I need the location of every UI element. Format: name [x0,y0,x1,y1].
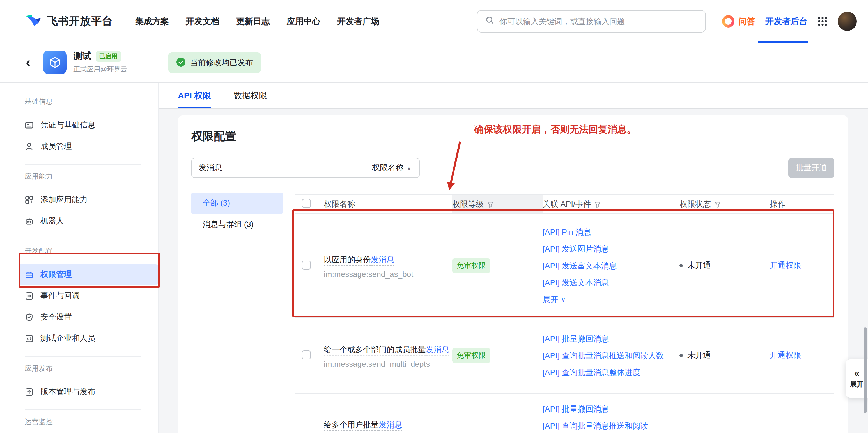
permission-icon [25,270,34,279]
bulk-grant-button[interactable]: 批量开通 [788,158,834,178]
qa-icon [722,15,735,28]
sidebar-item-bot[interactable]: 机器人 [0,211,158,232]
sidebar-section-capability: 应用能力 [25,171,158,181]
publish-status-banner: 当前修改均已发布 [168,52,261,73]
level-badge: 免审权限 [452,258,490,273]
sidebar-item-members[interactable]: 成员管理 [0,136,158,157]
search-type-select[interactable]: 权限名称 ∨ [364,158,419,177]
app-header: ‹ 测试 已启用 正式应用@环界云 当前修改均已发布 [0,43,868,83]
sidebar-item-permissions[interactable]: 权限管理 [19,264,158,285]
sidebar-item-test-org[interactable]: 测试企业和人员 [0,328,158,349]
permission-name: 以应用的身份发消息 [324,253,452,265]
global-search[interactable] [477,10,706,33]
nav-item-dev-plaza[interactable]: 开发者广场 [337,16,379,27]
search-icon [485,16,494,27]
permission-table: 权限名称 权限等级 关联 API/事件 权限状态 操作 [294,194,834,433]
api-link[interactable]: [API] 发送图片消息 [542,240,676,257]
check-circle-icon [176,57,186,68]
active-nav-underline [758,41,808,43]
permission-search-input[interactable] [192,158,364,177]
sidebar-item-version-release[interactable]: 版本管理与发布 [0,381,158,403]
sidebar-divider [25,239,142,239]
permission-name-highlight[interactable]: 发消息 [371,255,395,264]
sidebar-section-devconfig: 开发配置 [25,246,158,256]
nav-item-app-center[interactable]: 应用中心 [287,16,320,27]
id-card-icon [25,121,34,130]
page: 飞书开放平台 集成方案 开发文档 更新日志 应用中心 开发者广场 问答 开发者后… [0,0,868,433]
category-message-group[interactable]: 消息与群组 (3) [191,214,283,235]
api-link[interactable]: [API] 批量撤回消息 [542,330,676,347]
status-dot [680,354,683,357]
filter-funnel-icon[interactable] [594,201,601,207]
sidebar-divider [25,409,142,410]
table-row-send-as-bot: 以应用的身份发消息 im:message:send_as_bot 免审权限 [A… [294,214,834,318]
code-box-icon [25,334,34,343]
sidebar-divider [25,164,142,165]
nav-item-integration[interactable]: 集成方案 [135,16,169,27]
status-dot [680,264,683,267]
table-header: 权限名称 权限等级 关联 API/事件 权限状态 操作 [294,194,834,214]
tab-data-permission[interactable]: 数据权限 [234,83,267,108]
feishu-logo-icon [25,12,41,31]
permission-name-highlight[interactable]: 发消息 [379,420,402,429]
grant-permission-link[interactable]: 开通权限 [770,261,801,269]
sidebar-item-events[interactable]: 事件与回调 [0,285,158,307]
avatar[interactable] [838,12,857,31]
filter-funnel-icon[interactable] [714,201,721,207]
api-link[interactable]: [API] 发送富文本消息 [542,257,676,274]
chevron-down-icon: ∨ [561,293,565,306]
developer-console-link[interactable]: 开发者后台 [765,16,807,27]
category-all[interactable]: 全部 (3) [191,193,283,214]
page-title: 权限配置 [191,128,236,144]
members-icon [25,142,34,151]
sidebar-item-security[interactable]: 安全设置 [0,307,158,328]
level-badge: 免审权限 [452,348,490,363]
annotation-text: 确保该权限开启，否则无法回复消息。 [474,123,636,136]
brand-name: 飞书开放平台 [47,14,113,29]
navbar-right: 问答 开发者后台 [722,0,857,43]
sidebar-section-monitor: 运营监控 [25,417,158,427]
grant-permission-link[interactable]: 开通权限 [770,350,801,359]
nav-item-changelog[interactable]: 更新日志 [236,16,270,27]
api-link[interactable]: [API] 查询批量消息整体进度 [542,364,676,381]
apps-grid-icon[interactable] [817,16,828,26]
sidebar-item-add-capability[interactable]: 添加应用能力 [0,189,158,211]
permission-scope: im:message:send_as_bot [324,269,452,278]
api-link[interactable]: [API] Pin 消息 [542,224,676,240]
api-link[interactable]: [API] 发送文本消息 [542,274,676,291]
event-callback-icon [25,291,34,300]
search-input[interactable] [499,17,698,26]
permission-search-group: 权限名称 ∨ [191,158,420,178]
permission-scope: im:message:send_multi_depts [324,359,452,368]
header-checkbox[interactable] [302,199,311,208]
brand[interactable]: 飞书开放平台 [25,12,113,31]
row-checkbox[interactable] [302,350,311,359]
api-link[interactable]: [API] 查询批量消息推送和阅读 [542,417,676,433]
permission-card: 权限配置 确保该权限开启，否则无法回复消息。 权限名称 ∨ 批量开通 全部 (3… [178,115,848,433]
sidebar-section-release: 应用发布 [25,363,158,373]
app-subtitle: 正式应用@环界云 [73,65,127,74]
filter-funnel-icon[interactable] [487,201,494,207]
expand-panel-label: 展开 [850,379,864,389]
permission-name: 给一个或多个部门的成员批量发消息 [324,343,452,355]
api-link[interactable]: [API] 查询批量消息推送和阅读人数 [542,347,676,364]
tab-api-permission[interactable]: API 权限 [178,83,211,108]
api-link[interactable]: [API] 批量撤回消息 [542,400,676,417]
qa-entry[interactable]: 问答 [722,15,755,28]
add-capability-icon [25,196,34,204]
permission-name-highlight[interactable]: 发消息 [426,345,450,353]
category-filter: 全部 (3) 消息与群组 (3) [191,193,283,235]
row-checkbox[interactable] [302,260,311,269]
enabled-badge: 已启用 [96,51,121,62]
expand-api-list-link[interactable]: 展开 ∨ [542,291,676,308]
primary-nav: 集成方案 开发文档 更新日志 应用中心 开发者广场 [135,16,379,27]
col-permission-name: 权限名称 [324,199,355,209]
shield-icon [25,313,34,322]
qa-label: 问答 [738,16,755,27]
nav-item-docs[interactable]: 开发文档 [186,16,219,27]
release-icon [25,387,34,397]
sidebar-section-basic: 基础信息 [25,96,158,107]
vertical-scrollbar[interactable] [864,327,867,413]
back-button[interactable]: ‹ [26,55,31,70]
sidebar-item-credentials[interactable]: 凭证与基础信息 [0,115,158,136]
